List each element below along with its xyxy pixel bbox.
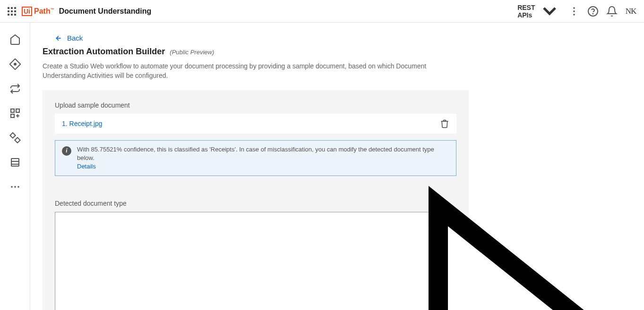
- info-icon: i: [62, 146, 71, 156]
- logo-ui: Ui: [22, 7, 32, 16]
- upload-label: Upload sample document: [55, 101, 456, 109]
- svg-point-6: [14, 63, 16, 65]
- topbar: Ui Path Document Understanding REST APIs…: [0, 0, 644, 23]
- info-message: With 85.75521% confidence, this is class…: [77, 146, 434, 161]
- bell-icon: [606, 6, 618, 17]
- classification-info: i With 85.75521% confidence, this is cla…: [55, 140, 456, 176]
- svg-point-18: [14, 186, 16, 188]
- uploaded-file-row: 1. Receipt.jpg: [55, 114, 456, 134]
- detected-type-label: Detected document type: [55, 200, 456, 207]
- svg-point-1: [573, 10, 575, 12]
- page-description: Create a Studio Web workflow to automate…: [43, 61, 468, 81]
- help-icon: [587, 6, 599, 17]
- page-title: Extraction Automation Builder: [43, 47, 165, 57]
- main-content: Back Extraction Automation Builder (Publ…: [30, 23, 644, 310]
- trash-icon: [440, 119, 449, 128]
- back-link[interactable]: Back: [55, 34, 83, 42]
- svg-rect-9: [11, 114, 14, 117]
- topbar-right: REST APIs NK: [517, 0, 636, 23]
- svg-point-17: [11, 186, 13, 188]
- arrow-left-icon: [55, 34, 62, 42]
- sidebar: [0, 23, 30, 310]
- svg-rect-8: [16, 109, 19, 112]
- preview-tag: (Public Preview): [170, 49, 214, 56]
- chevron-down-icon: [87, 218, 449, 310]
- svg-point-0: [573, 7, 575, 9]
- rest-apis-label: REST APIs: [517, 4, 535, 19]
- grid-plus-icon: [9, 108, 21, 119]
- topbar-left: Ui Path Document Understanding: [8, 7, 151, 16]
- info-text-container: With 85.75521% confidence, this is class…: [77, 145, 449, 171]
- refresh-icon: [9, 83, 21, 94]
- svg-rect-14: [11, 159, 19, 166]
- server-icon: [9, 157, 21, 168]
- rest-apis-dropdown[interactable]: REST APIs: [517, 0, 561, 23]
- back-label: Back: [67, 34, 83, 42]
- target-icon: [9, 59, 21, 70]
- sidebar-home[interactable]: [9, 34, 21, 45]
- svg-rect-13: [15, 137, 20, 142]
- apps-grid-icon[interactable]: [8, 7, 16, 16]
- sidebar-projects[interactable]: [9, 59, 21, 70]
- sidebar-integrations[interactable]: [9, 132, 21, 143]
- logo-path: Path: [34, 7, 54, 16]
- uploaded-file-name[interactable]: 1. Receipt.jpg: [62, 120, 103, 127]
- help-button[interactable]: [587, 6, 599, 17]
- builder-card: Upload sample document 1. Receipt.jpg i …: [43, 90, 469, 310]
- svg-point-2: [573, 14, 575, 16]
- more-vertical-icon: [568, 6, 580, 17]
- delete-file-button[interactable]: [440, 119, 449, 128]
- logo[interactable]: Ui Path Document Understanding: [22, 7, 151, 16]
- info-details-link[interactable]: Details: [77, 163, 96, 170]
- more-horizontal-icon: [9, 181, 21, 193]
- product-name: Document Understanding: [59, 7, 152, 16]
- sidebar-more[interactable]: [9, 181, 21, 193]
- user-avatar[interactable]: NK: [625, 7, 636, 16]
- page-title-row: Extraction Automation Builder (Public Pr…: [43, 47, 469, 57]
- svg-point-4: [593, 13, 593, 14]
- notifications-button[interactable]: [606, 6, 618, 17]
- detected-type-select[interactable]: Receipts: [55, 212, 456, 310]
- sidebar-refresh[interactable]: [9, 83, 21, 94]
- more-menu-button[interactable]: [568, 6, 580, 17]
- svg-rect-7: [11, 109, 14, 112]
- sidebar-storage[interactable]: [9, 157, 21, 168]
- puzzle-icon: [9, 132, 21, 143]
- svg-point-19: [17, 186, 19, 188]
- chevron-down-icon: [538, 0, 561, 23]
- svg-rect-12: [10, 133, 15, 138]
- sidebar-grid-add[interactable]: [9, 108, 21, 119]
- home-icon: [9, 34, 21, 45]
